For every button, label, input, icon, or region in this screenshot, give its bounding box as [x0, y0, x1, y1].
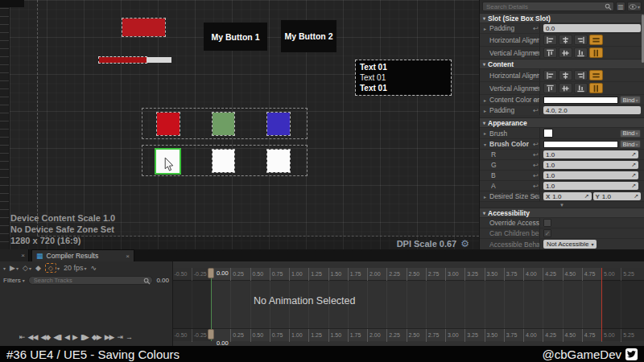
expander-open-icon[interactable]: ▾ [484, 142, 488, 147]
swatch-red[interactable] [157, 113, 180, 135]
content-halign-right-button[interactable] [574, 70, 588, 80]
valign-fill-button[interactable] [589, 47, 603, 58]
timeline-area[interactable]: -0.50-0.250.250.500.751.001.251.501.752.… [173, 261, 644, 346]
tab-stub[interactable]: × [0, 249, 29, 261]
reset-icon[interactable]: ↩ [533, 151, 539, 158]
add-key-button[interactable]: ◇ ▾ [23, 264, 31, 272]
children-accessible-checkbox[interactable]: ✓ [543, 229, 551, 237]
slot-padding-field[interactable]: 0.0 [543, 24, 641, 32]
expand-field-icon[interactable]: ↗ [634, 193, 638, 200]
search-details-input[interactable] [482, 2, 614, 11]
key-all-button[interactable]: ◆ [35, 264, 41, 272]
jump-to-start-icon[interactable]: ⇤ [19, 333, 25, 341]
loop-mode-icon[interactable]: → [126, 333, 132, 341]
expander-icon[interactable]: ▸ [484, 97, 488, 103]
expand-field-icon[interactable]: ↗ [584, 193, 589, 200]
close-icon[interactable]: × [126, 253, 130, 260]
expander-icon[interactable]: ▸ [484, 108, 488, 113]
halign-right-button[interactable] [574, 35, 588, 45]
progress-bar-widget[interactable] [99, 57, 171, 63]
swatch-white-2[interactable] [213, 150, 234, 172]
options-dropdown-button[interactable]: ▾ [3, 265, 6, 271]
channel-a-field[interactable]: 1.0 ↗ [543, 182, 638, 190]
fps-dropdown[interactable]: 20 fps ▾ [64, 264, 87, 272]
content-halign-fill-button[interactable] [589, 70, 603, 80]
play-button[interactable]: ▶ ▾ [10, 264, 19, 272]
close-icon[interactable]: × [21, 252, 25, 259]
expand-field-icon[interactable]: ↗ [631, 162, 636, 168]
content-halign-center-button[interactable] [559, 70, 572, 80]
content-color-bind-button[interactable]: Bind ▾ [620, 96, 641, 104]
reset-icon[interactable]: ↩ [533, 49, 539, 56]
curve-editor-button[interactable]: ∿ [91, 264, 97, 272]
reset-icon[interactable]: ↩ [533, 72, 539, 79]
content-valign-fill-button[interactable] [589, 83, 603, 93]
step-backward-icon[interactable]: ◀◀ [28, 333, 38, 341]
search-tracks-input[interactable] [28, 276, 154, 285]
section-header-content[interactable]: ▾ Content [480, 59, 644, 68]
frame-back-icon[interactable]: ◀▮ [53, 333, 61, 341]
column-view-button[interactable]: ▥ [616, 2, 625, 11]
halign-left-button[interactable] [543, 35, 557, 45]
reset-icon[interactable]: ↩ [533, 36, 539, 43]
valign-bottom-button[interactable] [574, 47, 588, 58]
reset-icon[interactable]: ↩ [533, 162, 539, 169]
playhead-marker[interactable] [208, 268, 214, 278]
reset-icon[interactable]: ↩ [533, 107, 539, 114]
reset-icon[interactable]: ↩ [533, 172, 539, 179]
swatch-blue[interactable] [267, 113, 290, 135]
timeline-track-area[interactable] [173, 282, 644, 328]
view-options-button[interactable]: ▾ [627, 2, 642, 11]
channel-r-field[interactable]: 1.0 ↗ [543, 150, 638, 158]
button-widget-1[interactable]: My Button 1 [204, 23, 267, 51]
swatch-white-3[interactable] [267, 150, 290, 172]
accessible-behavior-dropdown[interactable]: Not Accessible ▾ [543, 240, 597, 249]
timeline-ruler-bottom[interactable]: -0.50-0.250.250.500.751.001.251.501.752.… [173, 328, 644, 341]
reset-icon[interactable]: ↩ [533, 25, 539, 32]
scroll-more-indicator[interactable]: ▼ [480, 201, 644, 208]
playback-end-marker[interactable] [601, 268, 602, 341]
next-key-icon[interactable]: ◆▶ [92, 333, 101, 341]
halign-center-button[interactable] [559, 35, 572, 45]
valign-center-button[interactable] [559, 47, 572, 58]
section-header-appearance[interactable]: ▾ Appearance [480, 117, 644, 127]
text-block-widget[interactable]: Text 01 Text 01 Text 01 [356, 60, 451, 95]
swatch-green[interactable] [213, 113, 234, 135]
brush-color-swatch[interactable] [543, 141, 618, 148]
expander-icon[interactable]: ▸ [484, 194, 488, 200]
content-valign-bottom-button[interactable] [574, 83, 588, 93]
expand-field-icon[interactable]: ↗ [631, 151, 636, 158]
filters-dropdown[interactable]: Filters ▾ [3, 277, 25, 284]
content-color-swatch[interactable] [543, 97, 618, 104]
image-widget[interactable] [122, 19, 165, 36]
channel-b-field[interactable]: 1.0 ↗ [543, 171, 638, 179]
content-valign-top-button[interactable] [543, 83, 557, 93]
reset-icon[interactable]: ↩ [533, 141, 539, 148]
section-header-slot[interactable]: ▾ Slot (Size Box Slot) [480, 13, 644, 23]
tab-compiler-results[interactable]: ▦ Compiler Results × [31, 249, 134, 261]
reset-icon[interactable]: ↩ [533, 193, 539, 200]
previous-key-icon[interactable]: ◀◆ [40, 333, 50, 341]
brush-bind-button[interactable]: Bind ▾ [620, 130, 641, 138]
button-widget-2[interactable]: My Button 2 [281, 20, 336, 52]
desired-size-x-field[interactable]: X 1.0 ↗ [543, 192, 592, 200]
halign-fill-button[interactable] [589, 35, 603, 45]
frame-forward-icon[interactable]: ▮▶ [80, 333, 89, 341]
content-halign-left-button[interactable] [543, 70, 557, 80]
expander-icon[interactable]: ▸ [484, 130, 488, 136]
jump-to-end-icon[interactable]: ⇥ [118, 333, 123, 341]
timeline-ruler-top[interactable]: -0.50-0.250.250.500.751.001.251.501.752.… [173, 268, 644, 281]
play-forward-icon[interactable]: ▶ [72, 333, 77, 341]
content-valign-center-button[interactable] [559, 83, 572, 93]
valign-top-button[interactable] [543, 47, 557, 58]
playhead-marker-bottom[interactable] [208, 329, 214, 339]
desired-size-y-field[interactable]: Y 1.0 ↗ [593, 192, 642, 200]
reset-icon[interactable]: ↩ [533, 84, 539, 92]
current-time-field[interactable]: 0.00 [156, 277, 169, 284]
reset-icon[interactable]: ↩ [533, 183, 539, 190]
brush-color-bind-button[interactable]: Bind ▾ [620, 140, 641, 148]
override-accessible-checkbox[interactable] [543, 219, 551, 227]
play-reverse-icon[interactable]: ◀ [64, 333, 69, 341]
designer-canvas[interactable]: My Button 1 My Button 2 Text 01 Text 01 … [0, 0, 479, 249]
content-padding-field[interactable]: 4.0, 2.0 [543, 106, 641, 114]
